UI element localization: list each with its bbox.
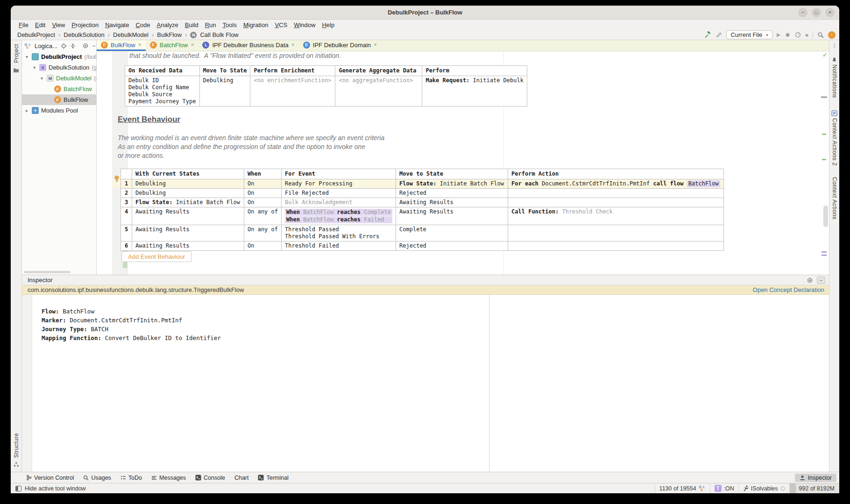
tab-batchflow[interactable]: F BatchFlow × [146, 40, 198, 51]
toolstripe-context-actions[interactable]: Context Actions [831, 177, 838, 220]
tree-item-debulksolution[interactable]: ▾ S DebulkSolution (gene [22, 62, 96, 73]
perform-cell[interactable]: Make Request: Initiate Debulk [422, 76, 527, 106]
toolwindow-inspector-active[interactable]: Inspector [795, 474, 836, 482]
tree-item-debulkmodel[interactable]: ▾ M DebulkModel (gene [22, 73, 96, 84]
tab-ipf-debulker-business-data[interactable]: L IPF Debulker Business Data × [198, 40, 298, 51]
run-icon[interactable]: ▶ [777, 32, 780, 38]
tree-item-debulkproject[interactable]: ▾ DebulkProject (/build/de [22, 51, 96, 62]
update-notification-icon[interactable]: ↑ [828, 31, 836, 39]
project-view-selector[interactable]: Logica... [35, 43, 57, 50]
toolwindow-messages[interactable]: Messages [151, 475, 186, 481]
menu-code[interactable]: Code [132, 21, 153, 28]
more-icon[interactable]: ⋮ [831, 42, 837, 49]
crumb-solution[interactable]: DebulkSolution [64, 31, 104, 38]
event-condition[interactable]: When BatchFlow reaches Complete [285, 209, 392, 216]
debug-icon[interactable] [785, 32, 791, 38]
maximize-button[interactable]: □ [812, 8, 821, 17]
bell-icon[interactable] [831, 57, 837, 63]
tree-item-bulkflow-selected[interactable]: F BulkFlow [22, 94, 96, 105]
aggregate-cell[interactable]: <no aggregateFunction> [335, 76, 422, 106]
chevron-down-icon[interactable]: ▾ [32, 65, 37, 70]
hide-inspector-icon[interactable]: − [817, 277, 825, 284]
tracing-toggle[interactable]: T :ON [710, 483, 738, 493]
vertical-scrollbar[interactable] [823, 206, 828, 227]
intention-bulb-icon[interactable] [113, 175, 120, 182]
run-configuration-select[interactable]: Current File ▾ [726, 30, 772, 39]
close-icon[interactable]: × [374, 42, 377, 48]
search-icon[interactable] [817, 32, 824, 38]
menu-build[interactable]: Build [182, 21, 202, 28]
chevron-right-icon[interactable]: ▸ [24, 108, 29, 113]
event-condition[interactable]: When BatchFlow reaches Failed [285, 216, 392, 223]
open-concept-declaration-link[interactable]: Open Concept Declaration [753, 286, 824, 293]
project-panel-header: DLS Logica... − [22, 40, 96, 51]
tab-label: IPF Debulker Business Data [212, 42, 288, 49]
toolwindow-terminal[interactable]: Terminal [258, 475, 288, 481]
toolwindow-usages[interactable]: Usages [83, 475, 111, 481]
toolwindow-todo[interactable]: ToDo [120, 475, 142, 481]
close-icon[interactable]: × [138, 42, 142, 48]
toolwindow-console[interactable]: Console [195, 475, 225, 481]
gear-icon[interactable] [807, 277, 813, 284]
event-row-4[interactable]: 4 Awaiting Results On any of When BatchF… [121, 207, 724, 225]
isolables-indicator[interactable]: ISolvables [738, 483, 789, 493]
menu-projection[interactable]: Projection [68, 21, 102, 28]
gear-icon[interactable] [82, 43, 89, 49]
minimize-button[interactable]: − [798, 8, 808, 17]
hide-toolwindow-control[interactable]: Hide active tool window [15, 485, 86, 492]
close-button[interactable]: × [825, 8, 835, 17]
context-actions-icon[interactable] [831, 110, 837, 116]
menu-vcs[interactable]: VCS [271, 21, 290, 28]
toolstripe-structure[interactable]: Structure [13, 433, 20, 458]
enrichment-cell[interactable]: <no enrichmentFunction> [250, 76, 335, 106]
menu-edit[interactable]: Edit [32, 21, 49, 28]
collapse-all-icon[interactable] [70, 43, 76, 49]
validate-pen-icon[interactable] [715, 32, 722, 38]
stop-icon[interactable]: ■ [805, 32, 808, 38]
menu-window[interactable]: Window [290, 21, 319, 28]
menu-run[interactable]: Run [202, 21, 220, 28]
hide-panel-icon[interactable]: − [92, 43, 96, 50]
document-editor[interactable]: that should be launched. A "Flow Initiat… [97, 51, 829, 275]
crumb-project[interactable]: DebulkProject [17, 31, 55, 38]
chevron-down-icon[interactable]: ▾ [39, 76, 44, 81]
tab-bulkflow[interactable]: F BulkFlow × [97, 40, 146, 51]
menu-tools[interactable]: Tools [220, 21, 240, 28]
toolstripe-project[interactable]: Project [13, 44, 20, 63]
flow-reference[interactable]: BatchFlow [687, 180, 720, 187]
menu-view[interactable]: View [49, 21, 68, 28]
toolwindow-version-control[interactable]: Version Control [26, 475, 74, 481]
event-row-6[interactable]: 6 Awaiting Results On Threshold Failed R… [121, 241, 724, 251]
crumb-bulkflow[interactable]: BulkFlow [157, 31, 182, 38]
crumb-leaf[interactable]: Call Bulk Flow [200, 31, 238, 38]
tree-item-modules-pool[interactable]: ▸ Modules Pool [22, 105, 96, 116]
toolwindow-chart[interactable]: Chart [234, 475, 249, 481]
menu-file[interactable]: File [15, 21, 32, 28]
menu-navigate[interactable]: Navigate [102, 21, 132, 28]
close-icon[interactable]: × [291, 42, 295, 48]
menu-migration[interactable]: Migration [240, 21, 271, 28]
horizontal-scrollbar[interactable] [24, 271, 71, 273]
profiler-icon[interactable] [795, 32, 801, 38]
tree-item-batchflow[interactable]: F BatchFlow [22, 84, 96, 94]
toolstripe-notifications[interactable]: Notifications [831, 64, 838, 98]
crumb-model[interactable]: DebulkModel [113, 31, 149, 38]
caret-position[interactable]: 1130 of 19554 DLS [655, 483, 710, 493]
event-row-3[interactable]: 3 Flow State: Initiate Batch Flow On Bul… [121, 198, 724, 207]
received-data-cell[interactable]: Debulk ID Debulk Config Name Debulk Sour… [125, 76, 200, 106]
memory-indicator[interactable]: 992 of 8192M [789, 483, 839, 493]
locate-icon[interactable] [61, 43, 67, 49]
tab-ipf-debulker-domain[interactable]: E IPF Debulker Domain × [299, 40, 381, 51]
build-hammer-icon[interactable] [704, 31, 711, 38]
toolstripe-context-actions-2[interactable]: Context Actions 2 [831, 118, 838, 166]
event-row-1[interactable]: 1 Debulking On Ready For Processing Flow… [121, 179, 724, 189]
menu-help[interactable]: Help [319, 21, 338, 28]
event-row-5[interactable]: 5 Awaiting Results On any of Threshold P… [121, 225, 724, 241]
event-row-2[interactable]: 2 Debulking On File Rejected Rejected [121, 189, 724, 198]
add-event-behaviour-button[interactable]: Add Event Behaviour [121, 251, 191, 262]
chevron-down-icon[interactable]: ▾ [24, 54, 29, 59]
pane-divider[interactable] [489, 295, 489, 472]
close-icon[interactable]: × [191, 42, 194, 48]
menu-analyze[interactable]: Analyze [154, 21, 182, 28]
move-to-state-cell[interactable]: Debulking [199, 76, 250, 106]
